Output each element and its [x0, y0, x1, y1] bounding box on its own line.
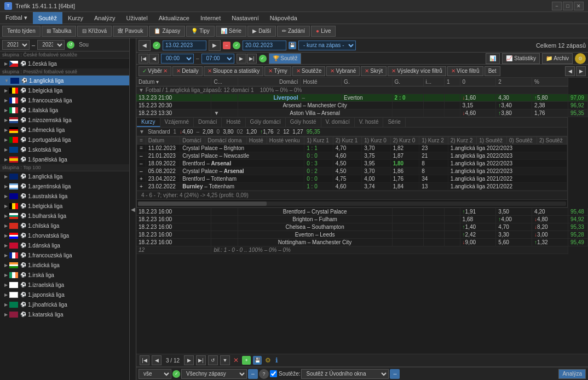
detail-scrollbar[interactable]: [137, 199, 567, 207]
tab-goly-domaci[interactable]: Góly domácí: [246, 118, 286, 127]
menu-kurzy[interactable]: Kurzy: [62, 12, 89, 24]
prev-button[interactable]: ◀: [149, 54, 159, 64]
col-pct[interactable]: %: [532, 78, 568, 87]
paging-last-button[interactable]: ▶|: [196, 355, 206, 365]
sidebar-item-cz-liga[interactable]: ▶ ⚽ 1.česká liga: [0, 59, 129, 68]
col-g2[interactable]: G.: [392, 78, 423, 87]
tab-goly-hoste[interactable]: Góly hosté: [286, 118, 321, 127]
add-icon[interactable]: +: [242, 356, 251, 365]
table-row[interactable]: 15.2.23 20:30 Arsenal – Manchester City …: [136, 102, 588, 110]
expand-icon[interactable]: ▼: [214, 110, 219, 116]
last-button[interactable]: ▶|: [247, 54, 257, 64]
col-g1[interactable]: G.: [342, 78, 392, 87]
detail-table-row[interactable]: + 23.02.2022 Burnley – Tottenham 1 : 0 4…: [137, 183, 567, 191]
save-icon[interactable]: 💾: [289, 42, 296, 49]
tab-v-hoste[interactable]: V. hosté: [355, 118, 384, 127]
sidebar-item-cl[interactable]: ▶ ⚽ 1.chilská liga: [0, 221, 129, 231]
sidebar-item-it-liga[interactable]: ▶ ⚽ 1.italská liga: [0, 105, 129, 115]
sidebar-item-top-be[interactable]: ▶ ⚽ 1.belgická liga: [0, 201, 129, 211]
col-datum[interactable]: Datum ▾: [136, 78, 211, 87]
table-row[interactable]: 18.2.23 16:00 Nottingham – Manchester Ci…: [136, 239, 588, 246]
vysledky-button[interactable]: ✕ Výsledky více filtrů: [388, 66, 446, 76]
soutez-select[interactable]: Soutěž z Úvodního okna: [301, 369, 389, 379]
maximize-button[interactable]: □: [563, 2, 573, 10]
settings-circle-button[interactable]: ⚙: [575, 53, 586, 64]
refresh-button[interactable]: ↺: [67, 41, 74, 49]
tab-serie[interactable]: Série: [383, 118, 405, 127]
matches-select[interactable]: Všechny zápasy: [181, 369, 247, 379]
sidebar-item-pt-liga[interactable]: ▶ ⚽ 1.portugalská liga: [0, 135, 129, 145]
sidebar-collapse-button[interactable]: ◀: [130, 38, 136, 380]
group-expand-icon[interactable]: ▼: [139, 87, 144, 93]
detail-table-row[interactable]: + 23.04.2022 Brentford – Tottenham 0 : 0…: [137, 175, 567, 183]
col-domaci[interactable]: Domácí: [238, 78, 301, 87]
tab-domaci[interactable]: Domácí: [194, 118, 222, 127]
serie-button[interactable]: 📊 Série: [216, 26, 246, 37]
date-to-input[interactable]: [243, 41, 286, 50]
prev-date-button[interactable]: ◀: [139, 40, 151, 51]
paging-next-button[interactable]: ▶: [184, 355, 194, 365]
sidebar-item-en-liga[interactable]: ▼ ⚽ 1.anglická liga: [0, 76, 129, 85]
expand-standard-icon[interactable]: ▼: [139, 129, 145, 135]
sidebar-item-top-fr[interactable]: ▶ ⚽ 1.francouzská liga: [0, 250, 129, 260]
tipy-button[interactable]: 💡 Tipy: [186, 26, 215, 37]
menu-fotbal[interactable]: Fotbal ▾: [0, 12, 33, 24]
sidebar-item-il[interactable]: ▶ ⚽ 1.izraelská liga: [0, 280, 129, 290]
souteze-checkbox[interactable]: [270, 370, 277, 377]
sidebar-item-qa[interactable]: ▶ ⚽ 1.katarská liga: [0, 309, 129, 319]
help-button[interactable]: ?: [259, 369, 269, 379]
skryt-button[interactable]: ✕ Skrýt: [361, 66, 387, 76]
minimize-button[interactable]: −: [552, 2, 562, 10]
first-button[interactable]: |◀: [139, 54, 148, 64]
table-row[interactable]: 13.2.23 21:00 Liverpool – Everton 2 : 0 …: [136, 94, 588, 102]
sidebar-item-in[interactable]: ▶ ⚽ 1.indická liga: [0, 260, 129, 270]
table-row[interactable]: 18.2.23 16:00 Brentford – Crystal Palace…: [136, 208, 588, 216]
sidebar-item-be-liga[interactable]: ▶ ⚽ 1.belgická liga: [0, 85, 129, 95]
table-row[interactable]: 18.2.23 13:30 ▼ Aston Villa – Arsenal 4,…: [136, 110, 588, 117]
analyza-button[interactable]: Analýza: [558, 369, 586, 379]
sidebar-item-fr-liga[interactable]: ▶ ⚽ 1.francouzská liga: [0, 95, 129, 105]
time-end-select[interactable]: 07:00: [201, 54, 234, 64]
sloupce-button[interactable]: ✕ Sloupce a statistiky: [204, 66, 264, 76]
vice-filtru-button[interactable]: ✕ Více filtrů: [447, 66, 483, 76]
scrollbar-thumb[interactable]: [138, 201, 267, 206]
table-row[interactable]: 18.2.23 16:00 Chelsea – Southampton 1,40…: [136, 223, 588, 231]
sidebar-item-top-en[interactable]: ▶ ⚽ 1.anglická liga: [0, 171, 129, 181]
reload-button[interactable]: ↺: [208, 355, 218, 365]
statistiky-button[interactable]: 📈 Statistiky: [502, 53, 540, 64]
tab-v-domaci[interactable]: V. domácí: [321, 118, 355, 127]
go-button[interactable]: ✓: [259, 55, 267, 62]
tento-tyden-button[interactable]: Tento týden: [2, 26, 41, 37]
tab-hoste[interactable]: Hosté: [222, 118, 245, 127]
settings-icon[interactable]: ⚙: [265, 356, 271, 364]
matches-arrow-button[interactable]: ↔: [248, 369, 258, 379]
menu-napoveda[interactable]: Nápověda: [264, 12, 303, 24]
save-icon2[interactable]: 💾: [253, 356, 262, 365]
info-icon[interactable]: ℹ: [275, 356, 278, 364]
paging-first-button[interactable]: |◀: [140, 355, 149, 365]
date-from-input[interactable]: [163, 41, 206, 50]
menu-aktualizace[interactable]: Aktualizace: [153, 12, 195, 24]
kurz-dropdown[interactable]: - kurz na zápas -: [298, 41, 356, 50]
col-hoste[interactable]: Hosté: [301, 78, 342, 87]
tab-kurzy[interactable]: Kurzy: [137, 118, 160, 127]
col-2[interactable]: 2: [496, 78, 532, 87]
vybr-button[interactable]: ✓ Výběr ✕: [139, 66, 171, 76]
krizova-button[interactable]: ⊟ Křížová: [77, 26, 112, 37]
year1-select[interactable]: 2021: [2, 40, 30, 50]
sidebar-item-bg[interactable]: ▶ ⚽ 1.bulharská liga: [0, 211, 129, 221]
sidebar-item-au[interactable]: ▶ ⚽ 1.australská liga: [0, 191, 129, 201]
zadani-button[interactable]: ✏ Zadání: [277, 26, 310, 37]
soutez-arrow-button[interactable]: ↔: [390, 369, 400, 379]
soutez-button[interactable]: 🏆 Soutěž: [269, 53, 302, 64]
sidebar-item-ar[interactable]: ▶ ⚽ 1.argentinská liga: [0, 181, 129, 191]
delete-icon[interactable]: ✕: [233, 356, 239, 364]
tab-vzajemne[interactable]: Vzájemné: [160, 118, 194, 127]
table-row[interactable]: 18.2.23 16:00 Everton – Leeds 2,42 3,30 …: [136, 231, 588, 239]
vybrane-button[interactable]: ✕ Vybrané: [326, 66, 360, 76]
time-start-select[interactable]: 00:00: [161, 54, 194, 64]
scroll-left-button[interactable]: ◀: [565, 66, 575, 76]
col-1[interactable]: 1: [444, 78, 460, 87]
sidebar-item-sc-liga[interactable]: ▶ ⚽ 1.skotská liga: [0, 145, 129, 154]
sidebar-item-es-liga[interactable]: ▶ ⚽ 1.španělská liga: [0, 154, 129, 164]
